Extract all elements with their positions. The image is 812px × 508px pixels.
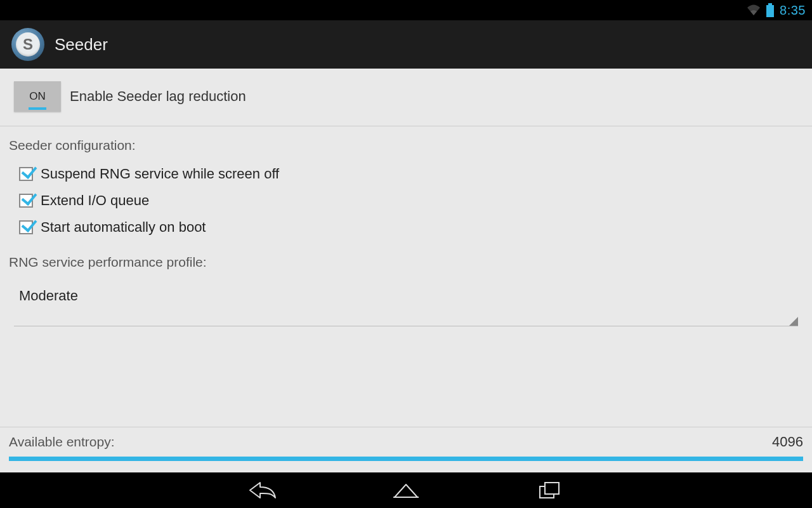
config-item-label: Suspend RNG service while screen off [41, 166, 279, 182]
status-clock: 8:35 [780, 3, 806, 18]
app-icon: S [11, 28, 44, 61]
config-section: Seeder configuration: Suspend RNG servic… [0, 126, 812, 241]
checkbox-extend[interactable] [19, 194, 33, 208]
battery-icon [766, 3, 775, 17]
config-item-label: Extend I/O queue [41, 192, 149, 209]
profile-spinner[interactable]: Moderate [14, 279, 798, 326]
config-item-label: Start automatically on boot [41, 219, 206, 236]
config-item-suspend[interactable]: Suspend RNG service while screen off [9, 161, 803, 187]
config-item-boot[interactable]: Start automatically on boot [9, 214, 803, 241]
content: ON Enable Seeder lag reduction Seeder co… [0, 69, 812, 472]
profile-title: RNG service performance profile: [0, 241, 812, 270]
config-item-extend[interactable]: Extend I/O queue [9, 187, 803, 214]
wifi-icon [747, 4, 761, 16]
recent-apps-button[interactable] [532, 478, 567, 503]
entropy-progress-bar [9, 457, 803, 461]
enable-toggle-label: Enable Seeder lag reduction [70, 88, 246, 105]
action-bar: S Seeder [0, 20, 812, 69]
status-bar: 8:35 [0, 0, 812, 20]
enable-toggle-row: ON Enable Seeder lag reduction [0, 69, 812, 126]
svg-rect-0 [768, 3, 772, 5]
toggle-state: ON [29, 90, 46, 103]
entropy-section: Available entropy: 4096 [0, 427, 812, 472]
svg-rect-1 [766, 5, 774, 17]
profile-value: Moderate [19, 288, 78, 304]
home-button[interactable] [388, 478, 424, 503]
navigation-bar [0, 472, 812, 508]
app-title: Seeder [55, 35, 108, 55]
config-title: Seeder configuration: [9, 138, 803, 153]
enable-toggle[interactable]: ON [14, 81, 61, 112]
checkbox-boot[interactable] [19, 220, 33, 234]
back-button[interactable] [245, 478, 280, 503]
entropy-label: Available entropy: [9, 434, 115, 450]
svg-rect-4 [545, 483, 559, 494]
checkbox-suspend[interactable] [19, 167, 33, 181]
entropy-value: 4096 [772, 434, 803, 450]
